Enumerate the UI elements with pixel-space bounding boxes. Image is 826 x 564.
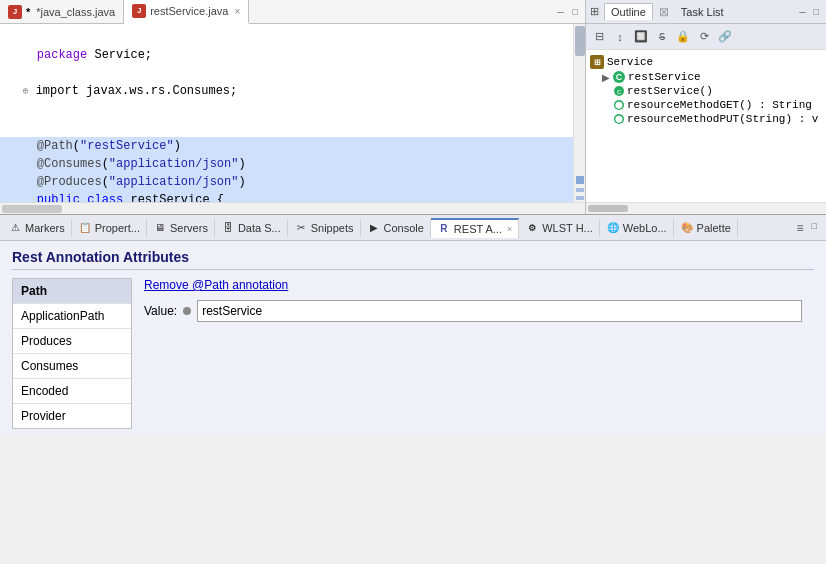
sync-btn[interactable]: ⟳ bbox=[695, 28, 713, 46]
tab-outline[interactable]: Outline bbox=[604, 3, 653, 20]
code-line-consumes: @Consumes("application/json") bbox=[0, 155, 573, 173]
tab-palette-label: Palette bbox=[697, 222, 731, 234]
package-icon: ⊞ bbox=[590, 55, 604, 69]
value-row: Value: bbox=[144, 300, 802, 322]
tab-rest-annotations[interactable]: R REST A... × bbox=[431, 218, 519, 238]
outline-constructor-label: restService() bbox=[627, 85, 713, 97]
constructor-icon: c bbox=[614, 86, 624, 96]
scroll-indicator2 bbox=[576, 188, 584, 192]
outline-content: ⊞ Service ▶ C restService c restService(… bbox=[586, 50, 826, 202]
outline-class-label: restService bbox=[628, 71, 701, 83]
tab-java-class[interactable]: J * *java_class.java bbox=[0, 0, 124, 23]
servers-icon: 🖥 bbox=[153, 221, 167, 235]
palette-icon: 🎨 bbox=[680, 221, 694, 235]
nav-item-provider[interactable]: Provider bbox=[13, 404, 131, 428]
nav-item-application-path[interactable]: ApplicationPath bbox=[13, 304, 131, 329]
link-btn[interactable]: 🔗 bbox=[716, 28, 734, 46]
outline-h-scrollbar[interactable] bbox=[586, 202, 826, 214]
properties-icon: 📋 bbox=[78, 221, 92, 235]
tab-rest-service[interactable]: J restService.java × bbox=[124, 0, 249, 24]
tab-wlst[interactable]: ⚙ WLST H... bbox=[519, 219, 600, 237]
rest-nav: Path ApplicationPath Produces Consumes E… bbox=[12, 278, 132, 429]
nav-item-path[interactable]: Path bbox=[13, 279, 131, 304]
code-line bbox=[8, 119, 565, 137]
tab-palette[interactable]: 🎨 Palette bbox=[674, 219, 738, 237]
horizontal-scrollbar[interactable] bbox=[0, 202, 585, 214]
code-line: package Service; bbox=[8, 46, 565, 64]
outline-h-thumb[interactable] bbox=[588, 205, 628, 212]
expand-arrow-icon[interactable]: ▶ bbox=[602, 72, 610, 83]
view-menu-btn[interactable]: ≡ bbox=[794, 221, 807, 235]
scroll-indicator3 bbox=[576, 196, 584, 200]
tab-weblogic[interactable]: 🌐 WebLo... bbox=[600, 219, 674, 237]
data-sources-icon: 🗄 bbox=[221, 221, 235, 235]
tab-servers[interactable]: 🖥 Servers bbox=[147, 219, 215, 237]
rest-panel-title: Rest Annotation Attributes bbox=[12, 249, 814, 270]
tab-data-sources-label: Data S... bbox=[238, 222, 281, 234]
sort-btn[interactable]: ↕ bbox=[611, 28, 629, 46]
hide-nonpublic-btn[interactable]: 🔒 bbox=[674, 28, 692, 46]
outline-panel-icon: ⊞ bbox=[590, 5, 599, 18]
tab-console[interactable]: ▶ Console bbox=[361, 219, 431, 237]
code-panel: J * *java_class.java J restService.java … bbox=[0, 0, 586, 214]
wlst-icon: ⚙ bbox=[525, 221, 539, 235]
tab-snippets[interactable]: ✂ Snippets bbox=[288, 219, 361, 237]
code-line bbox=[8, 101, 565, 119]
outline-get-label: resourceMethodGET() : String bbox=[627, 99, 812, 111]
nav-item-encoded[interactable]: Encoded bbox=[13, 379, 131, 404]
java-file-icon: J bbox=[8, 5, 22, 19]
weblogic-icon: 🌐 bbox=[606, 221, 620, 235]
scroll-indicator bbox=[576, 176, 584, 184]
outline-service-package: ⊞ Service bbox=[590, 54, 822, 70]
bottom-tabs-bar: ⚠ Markers 📋 Propert... 🖥 Servers 🗄 Data … bbox=[0, 215, 826, 241]
maximize-outline-btn[interactable]: □ bbox=[811, 7, 822, 17]
outline-get-method[interactable]: ⬤ resourceMethodGET() : String bbox=[590, 98, 822, 112]
rest-content-area: Remove @Path annotation Value: bbox=[132, 278, 814, 429]
vertical-scrollbar[interactable] bbox=[575, 26, 585, 56]
code-line bbox=[8, 28, 565, 46]
tab-data-sources[interactable]: 🗄 Data S... bbox=[215, 219, 288, 237]
nav-item-consumes[interactable]: Consumes bbox=[13, 354, 131, 379]
outline-tab-bar: ⊞ Outline ⊠ Task List ─ □ bbox=[586, 0, 826, 24]
markers-icon: ⚠ bbox=[8, 221, 22, 235]
minimize-editor-btn[interactable]: ─ bbox=[554, 7, 566, 17]
rest-tab-close-icon[interactable]: × bbox=[507, 224, 512, 234]
hide-static-btn[interactable]: S̶ bbox=[653, 28, 671, 46]
tab-java-class-label: *java_class.java bbox=[36, 6, 115, 18]
tab-close-icon[interactable]: × bbox=[234, 6, 240, 17]
tab-markers[interactable]: ⚠ Markers bbox=[2, 219, 72, 237]
tab-properties-label: Propert... bbox=[95, 222, 140, 234]
value-input[interactable] bbox=[197, 300, 802, 322]
code-line-path: @Path("restService") bbox=[0, 137, 573, 155]
collapse-all-btn[interactable]: ⊟ bbox=[590, 28, 608, 46]
outline-rest-service-class[interactable]: ▶ C restService bbox=[590, 70, 822, 84]
editor-tab-bar: J * *java_class.java J restService.java … bbox=[0, 0, 585, 24]
maximize-editor-btn[interactable]: □ bbox=[570, 7, 581, 17]
code-line: ⊕ import javax.ws.rs.Consumes; bbox=[8, 82, 565, 101]
outline-put-method[interactable]: ⬤ resourceMethodPUT(String) : v bbox=[590, 112, 822, 126]
tab-separator: ⊠ bbox=[659, 5, 669, 19]
minimize-outline-btn[interactable]: ─ bbox=[796, 7, 808, 17]
remove-annotation-link[interactable]: Remove @Path annotation bbox=[144, 278, 802, 292]
hide-fields-btn[interactable]: 🔲 bbox=[632, 28, 650, 46]
nav-item-produces[interactable]: Produces bbox=[13, 329, 131, 354]
rest-panel-body: Path ApplicationPath Produces Consumes E… bbox=[12, 278, 814, 429]
class-icon: C bbox=[613, 71, 625, 83]
tab-servers-label: Servers bbox=[170, 222, 208, 234]
code-editor[interactable]: package Service; ⊕ import javax.ws.rs.Co… bbox=[0, 24, 585, 202]
tab-properties[interactable]: 📋 Propert... bbox=[72, 219, 147, 237]
tab-markers-label: Markers bbox=[25, 222, 65, 234]
java-file-icon-rest: J bbox=[132, 4, 146, 18]
outline-constructor[interactable]: c restService() bbox=[590, 84, 822, 98]
snippets-icon: ✂ bbox=[294, 221, 308, 235]
tab-console-label: Console bbox=[384, 222, 424, 234]
tab-snippets-label: Snippets bbox=[311, 222, 354, 234]
outline-package-label: Service bbox=[607, 56, 653, 68]
tab-task-list[interactable]: Task List bbox=[675, 4, 730, 20]
code-line bbox=[8, 64, 565, 82]
value-indicator-dot bbox=[183, 307, 191, 315]
maximize-bottom-btn[interactable]: □ bbox=[809, 221, 820, 235]
method-icon-get: ⬤ bbox=[614, 100, 624, 110]
rest-icon: R bbox=[437, 222, 451, 236]
h-scroll-thumb[interactable] bbox=[2, 205, 62, 213]
